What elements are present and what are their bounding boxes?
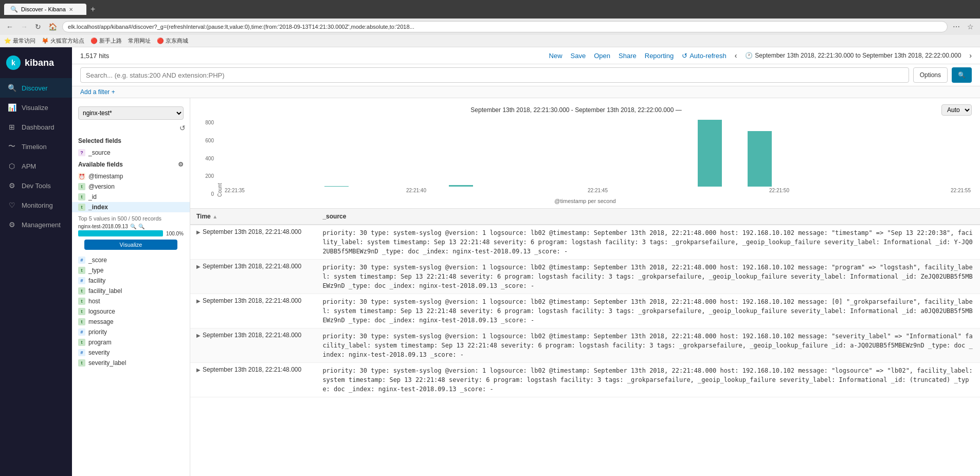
sidebar-item-management[interactable]: ⚙ Management bbox=[0, 215, 72, 234]
y-axis: 800 600 400 200 0 bbox=[198, 120, 217, 197]
sidebar-item-timelion[interactable]: 〜 Timelion bbox=[0, 137, 72, 156]
sidebar-item-label: Dev Tools bbox=[22, 182, 51, 190]
field-type[interactable]: t _type bbox=[72, 265, 190, 276]
expand-row-button[interactable]: ▶ bbox=[196, 229, 201, 235]
reporting-button[interactable]: Reporting bbox=[645, 52, 674, 60]
y-label-800: 800 bbox=[205, 120, 214, 125]
options-button[interactable]: Options bbox=[913, 67, 948, 83]
field-priority[interactable]: # priority bbox=[72, 327, 190, 337]
home-button[interactable]: 🏠 bbox=[46, 22, 59, 32]
refresh-fields-button[interactable]: ↺ bbox=[179, 124, 186, 132]
auto-refresh-button[interactable]: ↺ Auto-refresh bbox=[682, 52, 727, 60]
add-filter-button[interactable]: Add a filter + bbox=[80, 88, 115, 96]
kibana-logo: k kibana bbox=[0, 47, 72, 78]
field-version[interactable]: t @version bbox=[72, 181, 190, 192]
bookmark-frequent[interactable]: ⭐ 最常访问 bbox=[4, 37, 35, 45]
sidebar-item-visualize[interactable]: 📊 Visualize bbox=[0, 98, 72, 117]
sidebar-item-discover[interactable]: 🔍 Discover bbox=[0, 78, 72, 98]
expand-row-button[interactable]: ▶ bbox=[196, 264, 201, 269]
save-button[interactable]: Save bbox=[571, 52, 586, 60]
top5-section: Top 5 values in 500 / 500 records nginx-… bbox=[72, 212, 190, 255]
expand-row-button[interactable]: ▶ bbox=[196, 333, 201, 338]
bookmark-button[interactable]: ☆ bbox=[965, 22, 976, 32]
t-badge: t bbox=[78, 267, 85, 274]
source-cell: priority: 30 type: system-syslog @versio… bbox=[316, 363, 980, 397]
t-badge: t bbox=[78, 183, 85, 190]
available-fields-label: Available fields bbox=[78, 161, 123, 168]
field-facility-label[interactable]: t facility_label bbox=[72, 286, 190, 296]
time-cell: ▶September 13th 2018, 22:21:48.000 bbox=[190, 363, 316, 397]
time-prev-button[interactable]: ‹ bbox=[735, 51, 737, 60]
magnify-minus-icon[interactable]: 🔍 bbox=[138, 224, 144, 229]
results-table: Time ▲ _source ▶September 13th 2018, 22:… bbox=[190, 209, 980, 397]
time-next-button[interactable]: › bbox=[969, 51, 972, 60]
sidebar-item-label: Management bbox=[22, 221, 61, 229]
forward-button[interactable]: → bbox=[19, 22, 30, 32]
field-severity[interactable]: # severity bbox=[72, 347, 190, 358]
bookmark-newbie[interactable]: 🔴 新手上路 bbox=[90, 37, 122, 45]
field-name: priority bbox=[88, 328, 107, 336]
time-cell: ▶September 13th 2018, 22:21:48.000 bbox=[190, 260, 316, 294]
table-row: ▶September 13th 2018, 22:21:48.000priori… bbox=[190, 225, 980, 260]
bars-container bbox=[224, 120, 972, 187]
gear-icon[interactable]: ⚙ bbox=[178, 161, 184, 168]
field-timestamp[interactable]: ⏰ @timestamp bbox=[72, 171, 190, 181]
selected-field-source[interactable]: ? _source bbox=[72, 148, 190, 158]
open-button[interactable]: Open bbox=[594, 52, 610, 60]
sidebar-item-dashboard[interactable]: ⊞ Dashboard bbox=[0, 117, 72, 137]
time-range-button[interactable]: 🕐 September 13th 2018, 22:21:30.000 to S… bbox=[745, 52, 961, 59]
tab-close-icon[interactable]: ✕ bbox=[69, 7, 73, 12]
search-bar: Options 🔍 bbox=[72, 64, 980, 86]
expand-row-button[interactable]: ▶ bbox=[196, 367, 201, 373]
clock-icon: 🕐 bbox=[745, 52, 753, 59]
field-name: facility_label bbox=[88, 287, 122, 295]
field-name: facility bbox=[88, 277, 105, 284]
top5-percent: 100.0% bbox=[165, 231, 184, 236]
field-host[interactable]: t host bbox=[72, 296, 190, 306]
expand-row-button[interactable]: ▶ bbox=[196, 298, 201, 304]
t-badge: t bbox=[78, 318, 85, 325]
field-name: severity bbox=[88, 349, 110, 356]
address-bar[interactable]: elk.localhost/app/kibana#/discover?_g=(r… bbox=[62, 21, 948, 32]
field-logsource[interactable]: t logsource bbox=[72, 306, 190, 317]
field-index[interactable]: t _index bbox=[72, 202, 190, 212]
x-label-1: 22:21:35 bbox=[225, 188, 245, 193]
discover-icon: 🔍 bbox=[7, 83, 16, 93]
refresh-button[interactable]: ↻ bbox=[33, 22, 43, 32]
browser-tab[interactable]: 🔍 Discover - Kibana ✕ bbox=[4, 4, 86, 15]
y-axis-title: Count bbox=[217, 120, 223, 197]
field-message[interactable]: t message bbox=[72, 317, 190, 327]
search-input[interactable] bbox=[80, 67, 909, 83]
field-facility[interactable]: # facility bbox=[72, 276, 190, 286]
field-score[interactable]: # _score bbox=[72, 255, 190, 265]
sidebar-item-devtools[interactable]: ⚙ Dev Tools bbox=[0, 176, 72, 195]
sidebar-item-monitoring[interactable]: ♡ Monitoring bbox=[0, 195, 72, 215]
table-area: Time ▲ _source ▶September 13th 2018, 22:… bbox=[190, 209, 980, 476]
interval-select[interactable]: Auto bbox=[941, 104, 972, 116]
field-name: logsource bbox=[88, 308, 115, 315]
field-severity-label[interactable]: t severity_label bbox=[72, 358, 190, 368]
timelion-icon: 〜 bbox=[7, 142, 16, 151]
search-button[interactable]: 🔍 bbox=[952, 67, 972, 83]
field-program[interactable]: t program bbox=[72, 337, 190, 347]
bookmark-firefox[interactable]: 🦊 火狐官方站点 bbox=[42, 37, 84, 45]
new-tab-icon[interactable]: + bbox=[90, 5, 95, 14]
sidebar-item-apm[interactable]: ⬡ APM bbox=[0, 156, 72, 176]
bookmark-common[interactable]: 常用网址 bbox=[128, 37, 151, 45]
field-id[interactable]: t _id bbox=[72, 192, 190, 202]
browser-nav: ← → ↻ 🏠 elk.localhost/app/kibana#/discov… bbox=[0, 19, 980, 35]
bookmark-jd[interactable]: 🔴 京东商城 bbox=[157, 37, 188, 45]
magnify-icon[interactable]: 🔍 bbox=[130, 224, 136, 229]
back-button[interactable]: ← bbox=[4, 22, 15, 32]
index-select-dropdown[interactable]: nginx-test* bbox=[78, 106, 184, 120]
field-name: message bbox=[88, 318, 114, 325]
bar bbox=[324, 186, 349, 187]
new-button[interactable]: New bbox=[549, 52, 562, 60]
sidebar-item-label: APM bbox=[22, 162, 36, 170]
menu-button[interactable]: ⋯ bbox=[951, 22, 962, 32]
top5-bar-row: nginx-test-2018.09.13 🔍 🔍 bbox=[78, 224, 184, 229]
share-button[interactable]: Share bbox=[619, 52, 637, 60]
visualize-button[interactable]: Visualize bbox=[84, 240, 177, 250]
sidebar-item-label: Visualize bbox=[22, 104, 48, 112]
hash-badge: # bbox=[78, 328, 85, 336]
